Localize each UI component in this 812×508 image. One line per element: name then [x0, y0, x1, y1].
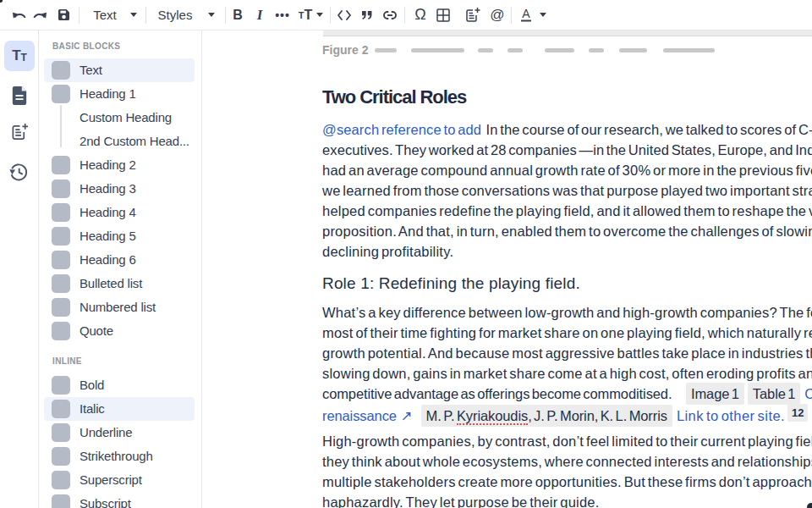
svg-text:A: A [522, 8, 530, 20]
